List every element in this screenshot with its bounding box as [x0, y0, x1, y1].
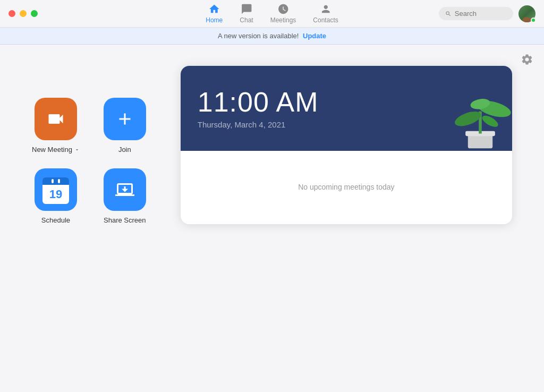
avatar-status-indicator — [531, 18, 536, 23]
svg-point-3 — [453, 108, 483, 129]
close-button[interactable] — [8, 10, 15, 17]
chevron-down-icon — [74, 147, 80, 152]
main-content: New Meeting Join — [0, 45, 544, 245]
update-link[interactable]: Update — [303, 32, 326, 40]
tab-meetings[interactable]: Meetings — [270, 3, 296, 24]
settings-icon[interactable] — [521, 53, 533, 66]
schedule-button[interactable]: 19 — [35, 168, 77, 211]
search-bar[interactable] — [439, 7, 513, 20]
tab-home[interactable]: Home — [206, 3, 223, 24]
update-banner: A new version is available! Update — [0, 28, 544, 45]
join-item: Join — [101, 98, 149, 154]
maximize-button[interactable] — [31, 10, 38, 17]
schedule-item: 19 Schedule — [32, 168, 80, 224]
clock-section: 11:00 AM Thursday, March 4, 2021 — [181, 66, 512, 151]
tab-contacts[interactable]: Contacts — [313, 3, 338, 24]
calendar-body: 19 — [42, 185, 69, 204]
plant-decoration — [448, 82, 512, 151]
action-grid: New Meeting Join — [32, 66, 149, 224]
new-meeting-item: New Meeting — [32, 98, 80, 154]
schedule-label: Schedule — [41, 216, 70, 224]
share-screen-label: Share Screen — [104, 216, 146, 224]
nav-right — [439, 5, 536, 22]
new-meeting-button[interactable] — [35, 98, 77, 140]
no-meetings-section: No upcoming meetings today — [181, 151, 512, 223]
calendar-top — [42, 177, 69, 185]
nav-tabs: Home Chat Meetings Contacts — [206, 3, 338, 24]
share-screen-button[interactable] — [104, 168, 146, 211]
avatar-container — [518, 5, 536, 22]
new-meeting-label: New Meeting — [32, 146, 80, 154]
minimize-button[interactable] — [20, 10, 27, 17]
title-bar: Home Chat Meetings Contacts — [0, 0, 544, 28]
meeting-panel: 11:00 AM Thursday, March 4, 2021 No up — [181, 66, 512, 224]
share-screen-item: Share Screen — [101, 168, 149, 224]
no-meetings-text: No upcoming meetings today — [298, 183, 394, 191]
join-label: Join — [118, 146, 131, 154]
search-input[interactable] — [455, 10, 507, 18]
window-controls — [8, 10, 38, 17]
search-icon — [445, 10, 452, 18]
join-button[interactable] — [104, 98, 146, 140]
tab-chat[interactable]: Chat — [240, 3, 253, 24]
